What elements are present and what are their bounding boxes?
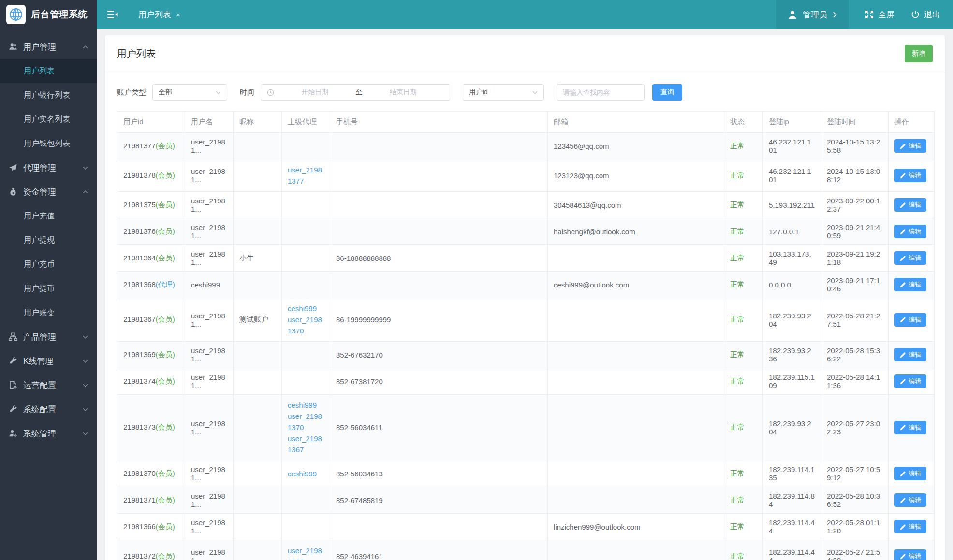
pencil-icon — [900, 497, 906, 503]
status-badge: 正常 — [730, 496, 745, 504]
sidebar-item-system-management[interactable]: 系统管理 — [0, 421, 97, 445]
sidebar-item-user-wallet-list[interactable]: 用户钱包列表 — [0, 131, 97, 156]
search-input[interactable] — [557, 84, 645, 101]
sidebar-item-user-bank-list[interactable]: 用户银行列表 — [0, 83, 97, 107]
table-row: 21981372(会员)user_21981...user_2198136685… — [117, 540, 935, 560]
edit-button[interactable]: 编辑 — [894, 467, 926, 480]
cell-actions: 编辑 — [889, 368, 935, 395]
cell-email — [548, 460, 724, 487]
cell-status: 正常 — [724, 540, 763, 560]
wrench-icon — [9, 357, 17, 365]
sidebar-item-user-list[interactable]: 用户列表 — [0, 59, 97, 83]
sidebar-item-operation-config[interactable]: 运营配置 — [0, 373, 97, 397]
chevron-down-icon — [216, 90, 221, 95]
sidebar-item-label: 产品管理 — [23, 331, 83, 343]
cell-status: 正常 — [724, 272, 763, 298]
cell-login-ip: 182.239.93.204 — [763, 298, 821, 342]
chevron-down-icon — [83, 431, 88, 436]
cell-login-ip: 46.232.121.101 — [763, 159, 821, 192]
agent-link[interactable]: ceshi999 — [288, 468, 324, 479]
cell-actions: 编辑 — [889, 514, 935, 540]
user-gear-icon — [9, 429, 17, 438]
tab-user-list[interactable]: 用户列表 × — [138, 9, 180, 20]
add-button[interactable]: 新增 — [905, 45, 933, 62]
cell-user-id: 21981367(会员) — [117, 298, 185, 342]
status-badge: 正常 — [730, 142, 745, 150]
edit-button[interactable]: 编辑 — [894, 313, 926, 327]
table-row: 21981368(代理)ceshi999ceshi999@outlook.com… — [117, 272, 935, 298]
fullscreen-button[interactable]: 全屏 — [865, 9, 894, 20]
cell-status: 正常 — [724, 368, 763, 395]
cell-email: 304584613@qq.com — [548, 192, 724, 218]
cell-username: user_21981... — [185, 159, 234, 192]
date-range-picker[interactable]: 开始日期 至 结束日期 — [261, 84, 450, 101]
cell-parent-agent — [282, 342, 330, 368]
cell-parent-agent — [282, 133, 330, 159]
sidebar-item-kline-management[interactable]: K线管理 — [0, 349, 97, 373]
logout-button[interactable]: 退出 — [911, 9, 940, 20]
account-type-select[interactable]: 全部 — [152, 84, 227, 101]
sidebar-collapse-icon[interactable] — [107, 10, 118, 19]
sidebar-item-user-coin-deposit[interactable]: 用户充币 — [0, 252, 97, 276]
pencil-icon — [900, 282, 906, 288]
query-button[interactable]: 查询 — [652, 84, 682, 101]
search-field-select[interactable]: 用户id — [463, 84, 544, 101]
sidebar-item-user-coin-withdraw[interactable]: 用户提币 — [0, 276, 97, 301]
edit-button[interactable]: 编辑 — [894, 278, 926, 291]
chevron-down-icon — [83, 359, 88, 364]
pencil-icon — [900, 202, 906, 208]
agent-link[interactable]: user_21981377 — [288, 164, 324, 187]
status-badge: 正常 — [730, 377, 745, 385]
cell-status: 正常 — [724, 298, 763, 342]
sidebar-item-agent-management[interactable]: 代理管理 — [0, 156, 97, 180]
cell-login-time: 2022-05-28 01:11:20 — [821, 514, 889, 540]
sidebar-item-user-recharge[interactable]: 用户充值 — [0, 204, 97, 228]
sidebar-item-user-realname-list[interactable]: 用户实名列表 — [0, 107, 97, 131]
edit-button[interactable]: 编辑 — [894, 225, 926, 238]
cell-login-time: 2024-10-15 13:08:12 — [821, 159, 889, 192]
paper-plane-icon — [9, 163, 17, 172]
sidebar-item-funds-management[interactable]: ¥资金管理 — [0, 180, 97, 204]
edit-button[interactable]: 编辑 — [894, 549, 926, 560]
sidebar-item-user-account-change[interactable]: 用户账变 — [0, 301, 97, 325]
edit-button[interactable]: 编辑 — [894, 251, 926, 265]
cell-user-id: 21981366(会员) — [117, 514, 185, 540]
table-row: 21981374(会员)user_21981...852-67381720正常1… — [117, 368, 935, 395]
edit-button[interactable]: 编辑 — [894, 493, 926, 507]
cell-login-time: 2022-05-27 23:02:23 — [821, 395, 889, 460]
column-header: 昵称 — [234, 112, 282, 133]
sidebar-item-product-management[interactable]: 产品管理 — [0, 325, 97, 349]
edit-button[interactable]: 编辑 — [894, 139, 926, 153]
agent-link[interactable]: user_21981367 — [288, 433, 324, 455]
agent-link[interactable]: ceshi999 — [288, 303, 324, 314]
sidebar-item-user-withdraw[interactable]: 用户提现 — [0, 228, 97, 252]
agent-link[interactable]: ceshi999 — [288, 400, 324, 411]
sidebar: 后台管理系统 用户管理用户列表用户银行列表用户实名列表用户钱包列表代理管理¥资金… — [0, 0, 97, 560]
column-header: 上级代理 — [282, 112, 330, 133]
agent-link[interactable]: user_21981370 — [288, 411, 324, 433]
agent-link[interactable]: user_21981366 — [288, 545, 324, 560]
cell-user-id: 21981375(会员) — [117, 192, 185, 218]
topbar: 用户列表 × 管理员 全 — [97, 0, 953, 29]
edit-button[interactable]: 编辑 — [894, 169, 926, 182]
sidebar-item-user-management[interactable]: 用户管理 — [0, 35, 97, 59]
cell-status: 正常 — [724, 487, 763, 514]
tab-close-icon[interactable]: × — [176, 11, 180, 19]
sidebar-item-label: 系统管理 — [23, 428, 83, 439]
agent-link[interactable]: user_21981370 — [288, 314, 324, 336]
cell-login-time: 2022-05-28 14:11:36 — [821, 368, 889, 395]
edit-button[interactable]: 编辑 — [894, 348, 926, 361]
cell-phone: 852-46394161 — [330, 540, 548, 560]
cell-phone — [330, 159, 548, 192]
edit-button[interactable]: 编辑 — [894, 421, 926, 434]
edit-button[interactable]: 编辑 — [894, 198, 926, 212]
edit-button[interactable]: 编辑 — [894, 520, 926, 533]
edit-button[interactable]: 编辑 — [894, 374, 926, 388]
sidebar-item-system-config[interactable]: 系统配置 — [0, 397, 97, 421]
table-row: 21981364(会员)user_21981...小牛86-1888888888… — [117, 245, 935, 272]
pencil-icon — [900, 553, 906, 560]
cell-user-id: 21981370(会员) — [117, 460, 185, 487]
admin-menu[interactable]: 管理员 — [776, 0, 849, 29]
cell-parent-agent — [282, 368, 330, 395]
cell-user-id: 21981378(会员) — [117, 159, 185, 192]
